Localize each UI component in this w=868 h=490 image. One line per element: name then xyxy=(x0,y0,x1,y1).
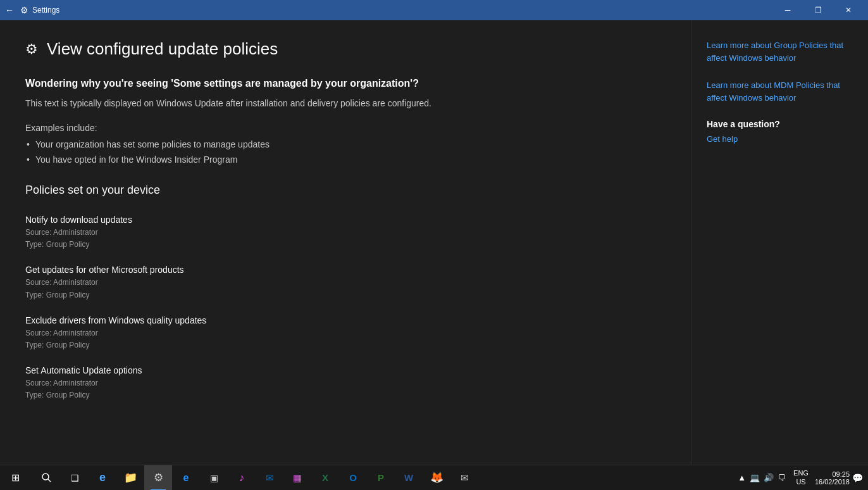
project-icon: P xyxy=(378,472,384,483)
policy-name-3: Exclude drivers from Windows quality upd… xyxy=(25,315,666,325)
system-tray-icons: ▲ 💻 🔊 🗨 xyxy=(738,473,786,482)
taskbar-search[interactable] xyxy=(33,465,61,491)
back-button[interactable]: ← xyxy=(5,5,14,15)
tray-action-center-icon[interactable]: 🗨 xyxy=(778,473,786,482)
policy-item-3: Exclude drivers from Windows quality upd… xyxy=(25,315,666,351)
firefox-icon: 🦊 xyxy=(430,471,443,484)
language-indicator[interactable]: ENG US xyxy=(793,469,809,486)
policy-item-2: Get updates for other Microsoft products… xyxy=(25,265,666,301)
policy-type-2: Type: Group Policy xyxy=(25,289,666,301)
title-bar: ← ⚙ Settings ─ ❐ ✕ xyxy=(0,0,868,20)
taskbar-file-explorer[interactable]: 📁 xyxy=(116,465,144,491)
page-header-icon: ⚙ xyxy=(25,41,38,58)
svg-point-0 xyxy=(42,474,49,480)
policy-name-4: Set Automatic Update options xyxy=(25,365,666,375)
file-explorer-icon: 📁 xyxy=(124,471,137,484)
mail-app-icon: ✉ xyxy=(266,472,274,484)
terminal-icon: ▣ xyxy=(210,473,218,483)
policy-type-1: Type: Group Policy xyxy=(25,239,666,251)
close-button[interactable]: ✕ xyxy=(834,0,863,20)
title-bar-settings-icon: ⚙ xyxy=(20,5,28,15)
taskbar-excel[interactable]: X xyxy=(311,465,339,491)
region-text: US xyxy=(796,478,805,486)
policy-source-4: Source: Administrator xyxy=(25,377,666,389)
tray-volume-icon[interactable]: 🔊 xyxy=(764,473,774,482)
policy-name-1: Notify to download updates xyxy=(25,215,666,225)
word-icon: W xyxy=(404,472,413,483)
tray-arrow-icon[interactable]: ▲ xyxy=(738,473,746,482)
get-help-link[interactable]: Get help xyxy=(707,134,853,144)
edge-icon: e xyxy=(99,471,106,484)
groove-icon: ♪ xyxy=(239,472,245,484)
taskbar-mail-app[interactable]: ✉ xyxy=(256,465,283,491)
policy-source-2: Source: Administrator xyxy=(25,277,666,289)
policy-type-4: Type: Group Policy xyxy=(25,389,666,401)
maximize-button[interactable]: ❐ xyxy=(803,0,833,20)
taskbar-taskview[interactable]: ❑ xyxy=(61,465,89,491)
taskbar-project[interactable]: P xyxy=(367,465,395,491)
clock[interactable]: 09:25 16/02/2018 xyxy=(815,470,850,486)
taskbar: ⊞ ❑ e 📁 ⚙ e ▣ ♪ ✉ ▦ X xyxy=(0,465,868,490)
group-policies-link[interactable]: Learn more about Group Policies that aff… xyxy=(707,39,853,64)
policy-item-4: Set Automatic Update options Source: Adm… xyxy=(25,365,666,401)
notifications-icon[interactable]: 💬 xyxy=(852,473,863,483)
mdm-policies-link[interactable]: Learn more about MDM Policies that affec… xyxy=(707,79,853,104)
taskbar-groove[interactable]: ♪ xyxy=(228,465,256,491)
taskbar-outlook[interactable]: O xyxy=(339,465,367,491)
policy-name-2: Get updates for other Microsoft products xyxy=(25,265,666,275)
taskbar-ie[interactable]: e xyxy=(172,465,200,491)
taskbar-settings[interactable]: ⚙ xyxy=(144,465,172,491)
excel-icon: X xyxy=(322,472,328,483)
taskbar-mail2[interactable]: ✉ xyxy=(450,465,478,491)
taskbar-firefox[interactable]: 🦊 xyxy=(423,465,450,491)
mail2-icon: ✉ xyxy=(461,472,469,484)
start-button[interactable]: ⊞ xyxy=(0,465,30,491)
have-question-label: Have a question? xyxy=(707,119,853,129)
right-panel: Learn more about Group Policies that aff… xyxy=(691,20,868,465)
minimize-button[interactable]: ─ xyxy=(773,0,802,20)
main-content: ⚙ View configured update policies Wonder… xyxy=(0,20,868,465)
left-panel: ⚙ View configured update policies Wonder… xyxy=(0,20,691,465)
taskbar-terminal[interactable]: ▣ xyxy=(200,465,228,491)
bullet-list: Your organization has set some policies … xyxy=(25,139,666,165)
app1-icon: ▦ xyxy=(293,472,302,484)
svg-line-1 xyxy=(48,479,51,482)
taskbar-app1[interactable]: ▦ xyxy=(283,465,311,491)
page-header: ⚙ View configured update policies xyxy=(25,39,666,59)
taskbar-right: ▲ 💻 🔊 🗨 ENG US 09:25 16/02/2018 💬 xyxy=(738,469,868,486)
search-icon xyxy=(42,473,52,483)
taskbar-icons: ❑ e 📁 ⚙ e ▣ ♪ ✉ ▦ X O P xyxy=(30,465,738,491)
policy-item-1: Notify to download updates Source: Admin… xyxy=(25,215,666,251)
title-bar-title: Settings xyxy=(32,6,773,15)
settings-app-icon: ⚙ xyxy=(154,471,163,484)
date-display: 16/02/2018 xyxy=(815,478,850,486)
page-title: View configured update policies xyxy=(47,39,278,59)
window-controls: ─ ❐ ✕ xyxy=(773,0,863,20)
taskbar-word[interactable]: W xyxy=(395,465,423,491)
tray-network-icon[interactable]: 💻 xyxy=(750,473,760,482)
policies-title: Policies set on your device xyxy=(25,184,666,202)
start-icon: ⊞ xyxy=(11,472,20,484)
ie-icon: e xyxy=(183,472,189,484)
bullet-item-2: You have opted in for the Windows Inside… xyxy=(25,154,666,165)
outlook-icon: O xyxy=(349,472,357,483)
bullet-item-1: Your organization has set some policies … xyxy=(25,139,666,149)
policy-type-3: Type: Group Policy xyxy=(25,339,666,351)
policy-source-3: Source: Administrator xyxy=(25,327,666,339)
language-text: ENG xyxy=(793,469,809,477)
time-display: 09:25 xyxy=(832,470,850,478)
taskbar-edge[interactable]: e xyxy=(89,465,116,491)
examples-label: Examples include: xyxy=(25,123,666,133)
section-question: Wondering why you're seeing 'Some settin… xyxy=(25,78,666,89)
policy-source-1: Source: Administrator xyxy=(25,227,666,239)
section-description: This text is typically displayed on Wind… xyxy=(25,97,666,110)
taskview-icon: ❑ xyxy=(71,473,79,483)
